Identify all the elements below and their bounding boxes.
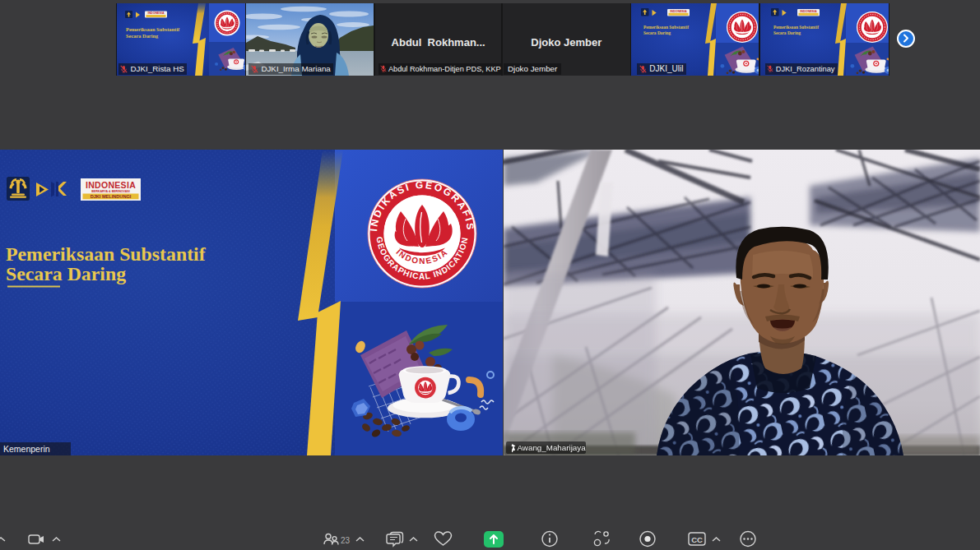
svg-text:Awang_Maharijaya: Awang_Maharijaya xyxy=(518,443,587,452)
svg-text:Secara Daring: Secara Daring xyxy=(6,263,126,284)
svg-text:Pemeriksaan Substantif: Pemeriksaan Substantif xyxy=(773,25,819,30)
svg-text:Pemeriksaan Substantif: Pemeriksaan Substantif xyxy=(643,25,689,30)
svg-text:Secara Daring: Secara Daring xyxy=(126,33,159,39)
svg-text:Pemeriksaan Substantif: Pemeriksaan Substantif xyxy=(6,243,207,265)
svg-text:INDONESIA: INDONESIA xyxy=(86,180,136,190)
svg-text:Kemenperin: Kemenperin xyxy=(3,444,50,454)
svg-text:Pemeriksaan Substantif: Pemeriksaan Substantif xyxy=(126,26,180,32)
svg-text:INDONESIA: INDONESIA xyxy=(671,10,688,13)
svg-text:23: 23 xyxy=(341,536,351,545)
svg-text:DJKI MELINDUNGI: DJKI MELINDUNGI xyxy=(91,194,132,199)
svg-text:CC: CC xyxy=(691,535,703,544)
svg-text:BERKARYA & BERINOVASI: BERKARYA & BERINOVASI xyxy=(91,190,129,193)
svg-text:INDONESIA: INDONESIA xyxy=(800,10,817,13)
svg-text:INDONESIA: INDONESIA xyxy=(147,12,164,15)
svg-text:Secara Daring: Secara Daring xyxy=(643,30,671,35)
svg-text:Secara Daring: Secara Daring xyxy=(773,30,801,35)
